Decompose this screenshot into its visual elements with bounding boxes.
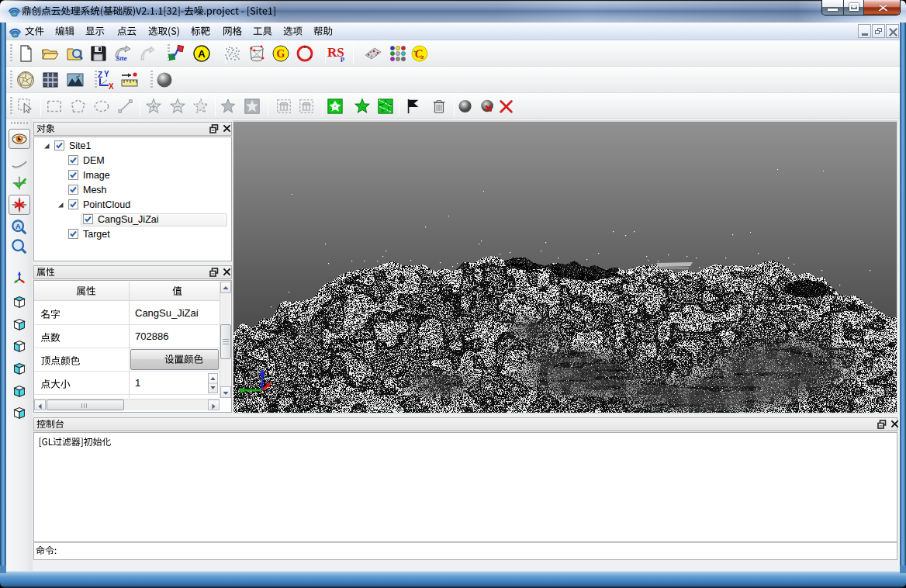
svg-text:A: A <box>16 223 21 230</box>
svg-text:G: G <box>277 48 285 60</box>
svg-text:p: p <box>341 54 344 62</box>
svg-text:Y: Y <box>104 71 109 78</box>
svg-text:Z: Z <box>98 71 102 79</box>
svg-text:X: X <box>109 82 114 89</box>
svg-text:z: z <box>420 53 424 61</box>
svg-text:A: A <box>198 48 206 60</box>
svg-text:+: + <box>413 48 417 55</box>
svg-text:z²: z² <box>75 74 81 80</box>
svg-text:Site: Site <box>116 55 127 62</box>
